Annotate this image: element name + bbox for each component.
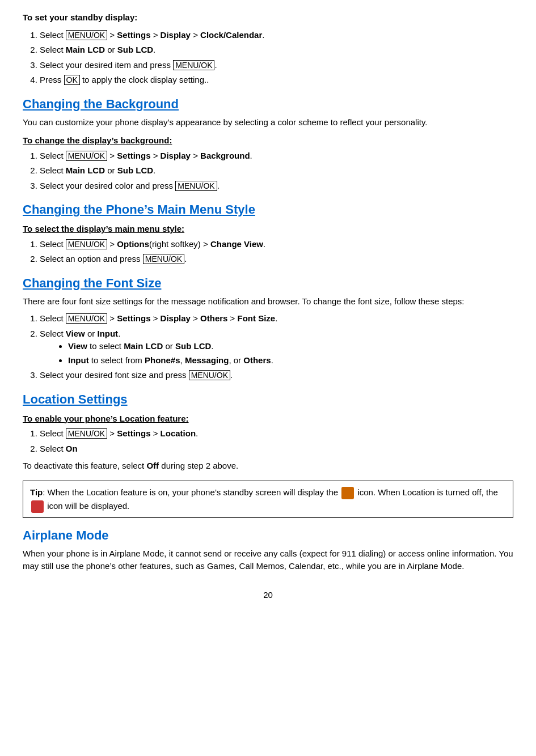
- menu-ok-kbd: MENU/OK: [66, 313, 107, 324]
- changing-font-size-steps: Select MENU/OK > Settings > Display > Ot…: [40, 312, 513, 382]
- tip-box: Tip: When the Location feature is on, yo…: [23, 481, 513, 518]
- step-item: Select your desired font size and press …: [40, 369, 513, 382]
- location-settings-section: Location Settings To enable your phone’s…: [23, 392, 513, 518]
- location-settings-heading: Location Settings: [23, 392, 513, 407]
- ok-kbd: OK: [64, 75, 80, 85]
- bullet-item: Input to select from Phone#s, Messaging,…: [68, 354, 513, 367]
- location-on-icon: [341, 487, 354, 499]
- bullet-item: View to select Main LCD or Sub LCD.: [68, 340, 513, 353]
- changing-font-size-section: Changing the Font Size There are four fo…: [23, 276, 513, 382]
- location-settings-steps: Select MENU/OK > Settings > Location. Se…: [40, 427, 513, 455]
- changing-main-menu-steps: Select MENU/OK > Options(right softkey) …: [40, 238, 513, 266]
- tip-text: : When the Location feature is on, your …: [43, 487, 340, 497]
- step-item: Select Main LCD or Sub LCD.: [40, 164, 513, 177]
- changing-background-subheading: To change the display’s background:: [23, 134, 513, 147]
- tip-icon-text: icon. When Location is turned off, the: [355, 487, 498, 497]
- changing-main-menu-subheading: To select the display’s main menu style:: [23, 223, 513, 236]
- page-number: 20: [23, 590, 513, 600]
- location-deactivate-text: To deactivate this feature, select Off d…: [23, 460, 513, 473]
- menu-ok-kbd: MENU/OK: [66, 239, 107, 249]
- airplane-mode-heading: Airplane Mode: [23, 528, 513, 543]
- font-size-bullets: View to select Main LCD or Sub LCD. Inpu…: [68, 340, 513, 367]
- menu-ok-kbd: MENU/OK: [143, 254, 184, 264]
- tip-label: Tip: [30, 487, 43, 497]
- standby-display-section: To set your standby display: Select MENU…: [23, 11, 513, 87]
- location-settings-subheading: To enable your phone’s Location feature:: [23, 413, 513, 426]
- step-item: Press OK to apply the clock display sett…: [40, 74, 513, 87]
- standby-display-steps: Select MENU/OK > Settings > Display > Cl…: [40, 29, 513, 87]
- changing-font-size-intro: There are four font size settings for th…: [23, 295, 513, 308]
- step-item: Select your desired item and press MENU/…: [40, 59, 513, 72]
- airplane-mode-section: Airplane Mode When your phone is in Airp…: [23, 528, 513, 573]
- step-item: Select MENU/OK > Settings > Display > Cl…: [40, 29, 513, 42]
- menu-ok-kbd: MENU/OK: [66, 151, 107, 161]
- menu-ok-kbd: MENU/OK: [66, 30, 107, 40]
- step-item: Select MENU/OK > Settings > Display > Ba…: [40, 150, 513, 163]
- step-item: Select MENU/OK > Options(right softkey) …: [40, 238, 513, 251]
- step-item: Select View or Input. View to select Mai…: [40, 328, 513, 367]
- changing-background-heading: Changing the Background: [23, 97, 513, 112]
- airplane-mode-text: When your phone is in Airplane Mode, it …: [23, 547, 513, 573]
- standby-intro-text: To set your standby display:: [23, 12, 137, 22]
- changing-background-steps: Select MENU/OK > Settings > Display > Ba…: [40, 150, 513, 193]
- changing-main-menu-section: Changing the Phone’s Main Menu Style To …: [23, 202, 513, 266]
- menu-ok-kbd: MENU/OK: [189, 370, 230, 380]
- step-item: Select MENU/OK > Settings > Display > Ot…: [40, 312, 513, 325]
- step-item: Select an option and press MENU/OK.: [40, 253, 513, 266]
- standby-display-intro: To set your standby display:: [23, 11, 513, 24]
- location-off-icon: [31, 500, 44, 513]
- step-item: Select On: [40, 443, 513, 456]
- tip-end-text: icon will be displayed.: [45, 501, 129, 511]
- changing-background-intro: You can customize your phone display’s a…: [23, 116, 513, 129]
- menu-ok-kbd: MENU/OK: [173, 60, 214, 70]
- changing-main-menu-heading: Changing the Phone’s Main Menu Style: [23, 202, 513, 217]
- step-item: Select MENU/OK > Settings > Location.: [40, 427, 513, 440]
- page-number-text: 20: [263, 590, 273, 600]
- menu-ok-kbd: MENU/OK: [175, 181, 217, 191]
- changing-background-section: Changing the Background You can customiz…: [23, 97, 513, 193]
- step-item: Select your desired color and press MENU…: [40, 180, 513, 193]
- changing-font-size-heading: Changing the Font Size: [23, 276, 513, 291]
- step-item: Select Main LCD or Sub LCD.: [40, 44, 513, 57]
- menu-ok-kbd: MENU/OK: [66, 428, 107, 439]
